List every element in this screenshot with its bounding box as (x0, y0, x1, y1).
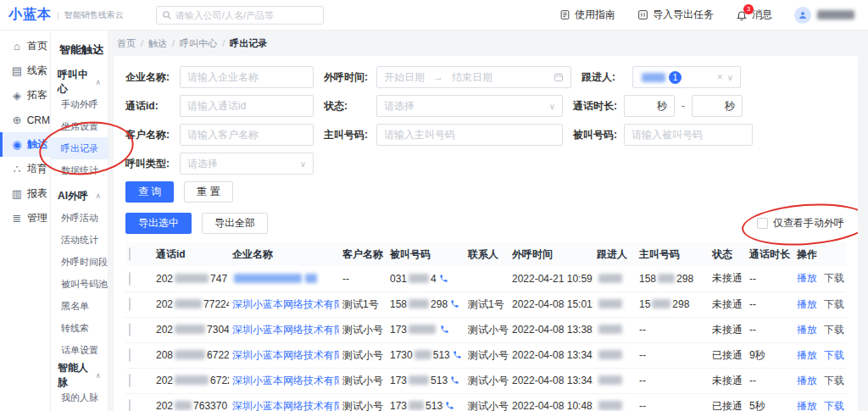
table-header-row: 通话id 企业名称 客户名称 被叫号码 联系人 外呼时间 跟进人 主叫号码 状态… (125, 242, 846, 266)
row-checkbox[interactable] (129, 374, 131, 387)
breadcrumb-reach[interactable]: 触达 (148, 37, 167, 50)
manual-only-toggle[interactable]: 仅查看手动外呼 (757, 216, 844, 230)
download-link[interactable]: 下载 (824, 349, 844, 361)
duration-min-field[interactable]: 秒 (624, 95, 675, 117)
cell-company[interactable]: 深圳小蓝本网络技术有限公司 (229, 393, 339, 411)
row-checkbox[interactable] (129, 399, 131, 411)
leads-icon: ▤ (10, 64, 24, 77)
manual-only-checkbox[interactable] (757, 218, 768, 229)
cell-company[interactable]: 深圳小蓝本网络技术有限公司 (229, 342, 339, 368)
play-link[interactable]: 播放 (797, 400, 817, 411)
download-link[interactable]: 下载 (824, 324, 844, 336)
duration-dash: - (682, 100, 685, 112)
messages-link[interactable]: 3 消息 (736, 8, 772, 22)
status-select[interactable]: 请选择 ∨ (376, 95, 563, 117)
nav-item-crm[interactable]: ⊕CRM (0, 108, 50, 132)
company-name-field[interactable] (180, 66, 314, 88)
customer-name-field[interactable] (180, 124, 314, 146)
cell-caller: 158298 (636, 266, 709, 292)
play-link[interactable]: 播放 (797, 324, 817, 336)
play-link[interactable]: 播放 (797, 349, 817, 361)
menu-group-call-center[interactable]: 呼叫中心∧ (51, 71, 108, 93)
manual-only-label: 仅查看手动外呼 (773, 216, 844, 230)
download-link[interactable]: 下载 (824, 298, 844, 310)
guide-link[interactable]: 使用指南 (559, 8, 615, 22)
phone-icon[interactable] (440, 325, 449, 334)
call-time-range-picker[interactable]: 开始日期 → 结束日期 (376, 66, 571, 88)
nav-item-admin[interactable]: ≣管理 (0, 206, 50, 230)
row-checkbox[interactable] (129, 323, 131, 336)
row-checkbox[interactable] (129, 272, 131, 286)
menu-item-blacklist[interactable]: 黑名单 (51, 295, 108, 317)
phone-icon[interactable] (445, 401, 454, 410)
nav-item-reach[interactable]: ◉触达 (0, 132, 50, 157)
phone-icon[interactable] (453, 350, 462, 359)
menu-item-outbound-records[interactable]: 呼出记录 (51, 137, 108, 159)
table-row: 202747 -- 0314 2022-04-21 10:59:58 15829… (125, 266, 846, 292)
cell-company[interactable]: 深圳小蓝本网络技术有限公司 (229, 292, 339, 317)
layers-icon: ≣ (10, 212, 24, 225)
cell-company[interactable]: 深圳小蓝本网络技术有限公司 (229, 317, 339, 342)
breadcrumb-call-center[interactable]: 呼叫中心 (180, 37, 217, 50)
menu-item-manual-call[interactable]: 手动外呼 (51, 93, 108, 115)
nav-item-reports[interactable]: ▥报表 (0, 181, 50, 206)
menu-item-outbound-timeslot[interactable]: 外呼时间段 (51, 251, 108, 273)
nav-item-prospecting[interactable]: ◈拓客 (0, 83, 50, 108)
row-checkbox[interactable] (129, 348, 131, 362)
export-all-button[interactable]: 导出全部 (202, 213, 268, 234)
call-type-select[interactable]: 请选择 ∨ (180, 153, 314, 175)
menu-item-outbound-campaign[interactable]: 外呼活动 (51, 207, 108, 229)
user-icon (798, 10, 808, 20)
global-search[interactable] (156, 6, 324, 25)
breadcrumb-home[interactable]: 首页 (117, 37, 136, 50)
duration-max-field[interactable]: 秒 (692, 95, 743, 117)
cell-company[interactable] (229, 266, 339, 292)
query-button[interactable]: 查 询 (125, 181, 174, 203)
phone-icon[interactable] (450, 299, 459, 308)
clear-icon[interactable]: × (717, 71, 723, 83)
menu-group-ai-outbound[interactable]: AI外呼∧ (51, 185, 108, 207)
play-link[interactable]: 播放 (797, 375, 817, 386)
play-link[interactable]: 播放 (797, 272, 817, 284)
menu-item-to-leads[interactable]: 转线索 (51, 317, 108, 339)
select-all-checkbox[interactable] (129, 247, 131, 261)
nav-item-leads[interactable]: ▤线索 (0, 58, 50, 83)
download-link[interactable]: 下载 (824, 400, 844, 411)
table-row: 202763370 深圳小蓝本网络技术有限公司 测试小号 173513 测试小号… (125, 393, 846, 411)
menu-item-data-stats[interactable]: 数据统计 (51, 159, 108, 181)
menu-group-smart-connections[interactable]: 智能人脉∧ (51, 364, 108, 386)
phone-icon[interactable] (439, 274, 448, 283)
call-id-field[interactable] (180, 95, 314, 117)
reset-button[interactable]: 重 置 (184, 181, 232, 203)
app-slogan: 智能销售线索云 (64, 9, 124, 21)
caller-number-field[interactable] (376, 124, 563, 146)
callee-number-field[interactable] (624, 124, 753, 146)
cell-company[interactable]: 深圳小蓝本网络技术有限公司 (229, 368, 339, 393)
follower-tag-redacted (642, 73, 665, 82)
export-selected-button[interactable]: 导出选中 (125, 213, 192, 234)
menu-item-campaign-stats[interactable]: 活动统计 (51, 229, 108, 251)
menu-item-my-connections[interactable]: 我的人脉 (51, 386, 108, 408)
nav-item-nurture[interactable]: ∴培育 (0, 157, 50, 181)
menu-item-call-record-settings[interactable]: 话单设置 (51, 339, 108, 361)
nav-item-home[interactable]: ⌂首页 (0, 34, 50, 58)
play-link[interactable]: 播放 (797, 298, 817, 310)
global-search-input[interactable] (175, 10, 318, 20)
phone-icon[interactable] (450, 375, 459, 385)
download-link[interactable]: 下载 (824, 375, 844, 386)
import-export-link[interactable]: 导入导出任务 (637, 8, 714, 22)
end-date-placeholder: 结束日期 (452, 70, 492, 85)
download-link[interactable]: 下载 (824, 272, 844, 284)
secondary-sidebar: 智能触达 呼叫中心∧ 手动外呼 坐席设置 呼出记录 数据统计 AI外呼∧ 外呼活… (51, 31, 108, 411)
table-row: 2027304 深圳小蓝本网络技术有限公司 测试小号 173 测试小号 2022… (125, 317, 846, 342)
row-checkbox[interactable] (129, 297, 131, 311)
menu-item-callee-pool[interactable]: 被叫号码池 (51, 273, 108, 295)
messages-label: 消息 (752, 8, 772, 22)
col-call-id: 通话id (153, 242, 229, 266)
user-account[interactable] (794, 7, 856, 24)
col-company: 企业名称 (229, 242, 339, 266)
menu-item-seat-settings[interactable]: 坐席设置 (51, 115, 108, 137)
cell-status: 已接通 (709, 393, 746, 411)
col-customer: 客户名称 (339, 242, 387, 266)
follower-select[interactable]: 1 × ∨ (632, 66, 741, 88)
